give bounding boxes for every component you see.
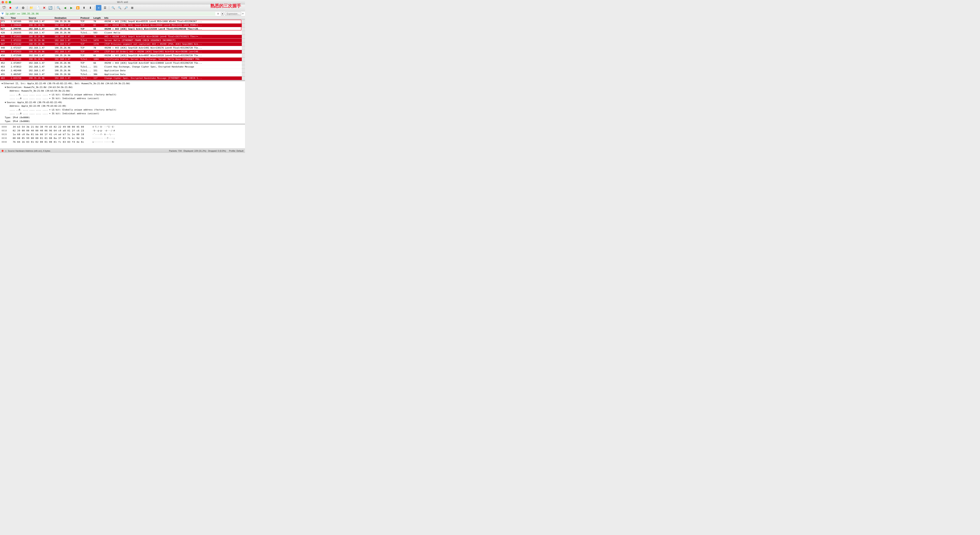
hex-offset: 0030 xyxy=(2,137,9,140)
filter-dropdown[interactable]: ▾ xyxy=(221,12,224,16)
add-filter-button[interactable]: + xyxy=(242,12,244,16)
table-row[interactable]: 452 2.472857 192.168.1.47 198.35.26.96 T… xyxy=(0,61,245,65)
table-row[interactable]: 427 2.290705 192.168.1.47 198.35.26.96 T… xyxy=(0,27,245,31)
col-header-time: Time xyxy=(10,17,28,19)
cell-proto: TLSv1... xyxy=(80,39,92,42)
table-row[interactable]: 450 2.472508 192.168.1.47 198.35.26.96 T… xyxy=(0,54,245,57)
close-file-button[interactable]: ✕ xyxy=(41,5,47,11)
cell-src: 198.35.26.96 xyxy=(28,24,54,27)
options-button[interactable]: ⚙ xyxy=(20,5,26,11)
cell-time: 2.472242 xyxy=(10,42,28,46)
cell-time: 2.472033 xyxy=(10,35,28,38)
cell-dst: 192.168.1.47 xyxy=(54,50,80,54)
detail-child[interactable]: ▼Destination: HuaweiTe_3b:21:8d (34:b3:5… xyxy=(3,86,245,100)
cell-time: 2.107495 xyxy=(10,20,28,23)
resize-columns-button[interactable]: ⊞ xyxy=(129,5,135,11)
cell-time: 2.472508 xyxy=(10,54,28,57)
table-row[interactable]: 453 2.473813 192.168.1.47 198.35.26.96 T… xyxy=(0,65,245,69)
table-row[interactable]: 373 2.107495 192.168.1.47 198.35.26.96 T… xyxy=(0,20,245,24)
cell-info: Certificate Status, Server Key Exchange,… xyxy=(103,57,242,61)
cell-proto: TCP xyxy=(80,46,92,50)
detail-child[interactable]: ▼Source: Apple_82:22:49 (38:f9:d3:82:22:… xyxy=(3,100,245,116)
cell-len: 74 xyxy=(92,35,103,38)
table-row[interactable]: 483 2.655720 198.35.26.96 192.168.1.47 T… xyxy=(0,76,245,80)
cell-info: [TCP Out-Of-Order] 443 → 49290 [ACK] Seq… xyxy=(103,50,242,54)
col-header-destination: Destination xyxy=(54,17,80,19)
minimize-button[interactable] xyxy=(5,1,8,3)
packet-rows: 373 2.107495 192.168.1.47 198.35.26.96 T… xyxy=(0,20,245,80)
cell-dst: 192.168.1.47 xyxy=(54,24,80,27)
hex-row: 0020 1a 60 c0 8a 01 bb 66 1f 41 c4 ad b7… xyxy=(0,133,245,137)
hex-row: 0040 76 84 16 03 01 02 00 01 00 01 fc 03… xyxy=(0,140,245,144)
save-button[interactable]: 📄 xyxy=(35,5,40,11)
table-row[interactable]: 447 2.472242 198.35.26.96 192.168.1.47 T… xyxy=(0,42,245,46)
auto-scroll-button[interactable]: ☰ xyxy=(102,5,108,11)
cell-dst: 192.168.1.47 xyxy=(54,42,80,46)
table-row[interactable]: 448 2.472327 192.168.1.47 198.35.26.96 T… xyxy=(0,46,245,50)
cell-time: 2.473813 xyxy=(10,65,28,69)
expression-button[interactable]: Expression... xyxy=(225,12,241,16)
zoom-out-button[interactable]: 🔍 xyxy=(117,5,122,11)
cell-info: 443 → 49290 [SYN, ACK] Seq=0 Ack=1 Win=2… xyxy=(103,24,242,27)
table-row[interactable]: 451 2.472785 198.35.26.96 192.168.1.47 T… xyxy=(0,57,245,61)
reload-button[interactable]: 🔄 xyxy=(48,5,53,11)
cell-dst: 198.35.26.96 xyxy=(54,65,80,69)
go-last-button[interactable]: ⬇ xyxy=(88,5,93,11)
cell-len: 66 xyxy=(92,54,103,57)
find-packet-button[interactable]: 🔍 xyxy=(56,5,61,11)
detail-grandchild: Address: Apple_82:22:49 (38:f9:d3:82:22:… xyxy=(8,104,243,108)
next-packet-button[interactable]: ▶ xyxy=(68,5,74,11)
cell-len: 583 xyxy=(92,31,103,35)
filter-input[interactable] xyxy=(5,12,215,16)
detail-section-header[interactable]: ▼Ethernet II, Src: Apple_82:22:49 (38:f9… xyxy=(0,82,245,86)
col-header-protocol: Protocol xyxy=(80,17,92,19)
maximize-button[interactable] xyxy=(9,1,11,3)
cell-dst: 192.168.1.47 xyxy=(54,35,80,38)
colorize-button[interactable]: ≡ xyxy=(96,5,102,11)
go-last-captured-button[interactable]: ⬆ xyxy=(81,5,87,11)
hex-bytes: 08 08 85 99 00 00 01 01 08 0a 37 83 fb b… xyxy=(13,137,88,140)
cell-dst: 198.35.26.96 xyxy=(54,20,80,23)
cell-no: 452 xyxy=(0,61,10,65)
go-first-button[interactable]: ⏫ xyxy=(75,5,81,11)
hex-row: 0030 08 08 85 99 00 00 01 01 08 0a 37 83… xyxy=(0,137,245,140)
hex-pane: 0000 34 b3 54 3b 21 8d 38 f9 d3 82 22 49… xyxy=(0,125,245,148)
cell-no: 454 xyxy=(0,69,10,73)
table-row[interactable]: 455 2.482587 192.168.1.47 198.35.26.96 T… xyxy=(0,73,245,76)
cell-no: 446 xyxy=(0,39,10,42)
table-row[interactable]: 428 2.291035 192.168.1.47 198.35.26.96 T… xyxy=(0,31,245,35)
cell-proto: TLSv1... xyxy=(80,73,92,76)
detail-grandchild: .... ...0 .... .... .... .... = IG bit: … xyxy=(8,97,243,100)
expand-arrow: ▼ xyxy=(2,82,3,85)
table-row[interactable]: 454 2.482408 192.168.1.47 198.35.26.96 T… xyxy=(0,69,245,73)
table-row[interactable]: 446 2.472222 198.35.26.96 192.168.1.47 T… xyxy=(0,39,245,42)
table-row[interactable]: 426 2.290608 198.35.26.96 192.168.1.47 T… xyxy=(0,24,245,27)
detail-child[interactable]: Type: IPv4 (0x0800) xyxy=(3,116,245,119)
table-row[interactable]: 445 2.472033 198.35.26.96 192.168.1.47 T… xyxy=(0,35,245,39)
zoom-reset-button[interactable]: 🔎 xyxy=(123,5,129,11)
filter-clear-button[interactable]: ✕ xyxy=(216,12,220,15)
cell-info: Server Hello [ETHERNET FRAME CHECK SEQUE… xyxy=(103,39,242,42)
detail-subsection-header[interactable]: ▼Destination: HuaweiTe_3b:21:8d (34:b3:5… xyxy=(5,86,243,89)
restart-button[interactable]: ↺ xyxy=(14,5,19,11)
title-bar: Wi-Fi: en0 xyxy=(0,0,245,5)
status-left: ◇ Source Hardware Address (eth.src), 6 b… xyxy=(2,149,50,152)
zoom-in-button[interactable]: 🔍 xyxy=(110,5,116,11)
cell-info: 49290 → 443 [ACK] Seq=518 Ack=4097 Win=1… xyxy=(103,54,242,57)
capture-status-icon: ◇ xyxy=(5,149,6,152)
stop-button[interactable]: ■ xyxy=(8,5,13,11)
table-row[interactable]: 449 2.472423 198.35.26.96 192.168.1.47 T… xyxy=(0,50,245,54)
cell-no: 426 xyxy=(0,24,10,27)
close-button[interactable] xyxy=(2,1,4,3)
open-button[interactable]: 📁 xyxy=(29,5,34,11)
shark-start-button[interactable]: 🦈 xyxy=(1,5,7,11)
cell-dst: 198.35.26.96 xyxy=(54,31,80,35)
expand-arrow: ▼ xyxy=(5,86,6,89)
cell-proto: TCP xyxy=(80,35,92,38)
prev-packet-button[interactable]: ◀ xyxy=(62,5,68,11)
expand-arrow: ▼ xyxy=(5,101,6,104)
cell-info: Client Hello xyxy=(103,31,242,35)
cell-src: 192.168.1.47 xyxy=(28,31,54,35)
separator-3 xyxy=(94,6,95,10)
detail-subsection-header[interactable]: ▼Source: Apple_82:22:49 (38:f9:d3:82:22:… xyxy=(5,101,243,104)
